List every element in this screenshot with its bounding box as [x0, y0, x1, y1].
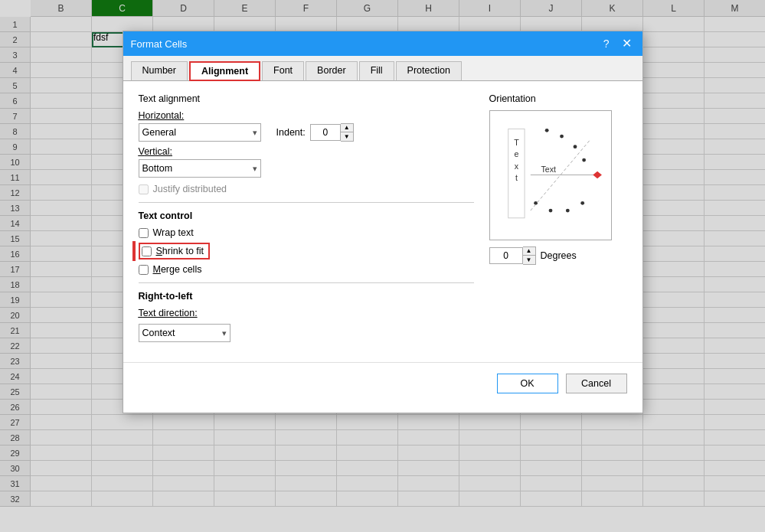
dialog-footer: OK Cancel: [123, 362, 642, 406]
shrink-to-fit-row: Shrink to fit: [139, 243, 474, 259]
horizontal-label: Horizontal:: [139, 110, 474, 121]
degrees-up-button[interactable]: ▲: [523, 247, 535, 256]
tab-border[interactable]: Border: [306, 61, 358, 81]
vertical-label-text: Vertical:: [139, 146, 172, 157]
horizontal-value: General: [142, 127, 176, 138]
orientation-diagram: T e x t: [493, 114, 608, 237]
dialog-body: Text alignment Horizontal: General ▾: [123, 81, 642, 354]
alignment-panel: Text alignment Horizontal: General ▾: [139, 93, 474, 342]
vertical-select[interactable]: Bottom ▾: [139, 159, 261, 178]
text-direction-label: Text direction:: [139, 308, 198, 318]
left-red-bar: [132, 241, 136, 261]
text-alignment-section: Text alignment: [139, 93, 474, 104]
divider-1: [139, 202, 474, 203]
svg-point-7: [573, 145, 577, 149]
shrink-to-fit-label: Shrink to fit: [156, 246, 204, 256]
svg-point-11: [565, 209, 569, 213]
text-direction-row: Text direction:: [139, 308, 474, 321]
text-direction-arrow-icon: ▾: [222, 328, 227, 338]
horizontal-label-text: Horizontal:: [139, 110, 185, 121]
svg-text:t: t: [515, 173, 517, 182]
dialog-tabs: Number Alignment Font Border Fill Protec…: [123, 56, 642, 81]
svg-point-10: [548, 209, 552, 213]
svg-point-6: [560, 135, 564, 139]
vertical-label: Vertical:: [139, 146, 474, 157]
justify-distributed-label: Justify distributed: [153, 184, 227, 194]
dialog-controls: ? ✕: [600, 38, 635, 50]
merge-cells-row: Merge cells: [139, 264, 474, 275]
horizontal-arrow-icon: ▾: [253, 128, 257, 138]
horizontal-select[interactable]: General ▾: [139, 123, 261, 142]
justify-distributed-row: Justify distributed: [139, 184, 474, 194]
tab-number[interactable]: Number: [131, 61, 188, 81]
indent-up-button[interactable]: ▲: [341, 124, 353, 132]
right-to-left-section: Right-to-left Text direction: Context ▾: [139, 291, 474, 342]
dialog-title: Format Cells: [131, 38, 188, 50]
text-control-section: Text control: [139, 211, 474, 221]
svg-point-8: [582, 158, 586, 162]
svg-text:e: e: [514, 149, 518, 158]
indent-spinner: ▲ ▼: [310, 123, 354, 142]
degrees-spinner-buttons: ▲ ▼: [523, 246, 536, 265]
dialog-overlay: Format Cells ? ✕ Number Alignment Font B…: [0, 0, 765, 532]
vertical-value: Bottom: [142, 163, 173, 174]
svg-text:Text: Text: [541, 165, 556, 174]
merge-cells-label: Merge cells: [153, 264, 202, 275]
degrees-row: ▲ ▼ Degrees: [489, 246, 627, 265]
tab-protection[interactable]: Protection: [396, 61, 462, 81]
indent-down-button[interactable]: ▼: [341, 132, 353, 141]
degrees-spinner: ▲ ▼: [489, 246, 536, 265]
merge-cells-checkbox[interactable]: [139, 265, 149, 275]
degrees-down-button[interactable]: ▼: [523, 256, 535, 264]
ok-button[interactable]: OK: [497, 374, 558, 393]
wrap-text-row: Wrap text: [139, 227, 474, 238]
wrap-text-checkbox[interactable]: [139, 228, 149, 238]
shrink-highlight-box: Shrink to fit: [139, 243, 211, 259]
vertical-arrow-icon: ▾: [253, 164, 257, 174]
vertical-group: Vertical: Bottom ▾: [139, 146, 474, 178]
justify-distributed-checkbox[interactable]: [139, 184, 149, 194]
text-direction-select[interactable]: Context ▾: [139, 324, 230, 342]
dialog-titlebar: Format Cells ? ✕: [123, 31, 642, 56]
indent-input[interactable]: [310, 124, 341, 141]
svg-text:x: x: [514, 162, 518, 171]
horizontal-row: General ▾ Indent: ▲ ▼: [139, 123, 474, 142]
format-cells-dialog: Format Cells ? ✕ Number Alignment Font B…: [123, 31, 643, 413]
indent-spinner-buttons: ▲ ▼: [341, 123, 354, 142]
spreadsheet: B C D E F G H I J K L M 1 2 3 4 5 6 7 8 …: [0, 0, 765, 532]
shrink-to-fit-checkbox[interactable]: [142, 246, 152, 256]
tab-font[interactable]: Font: [262, 61, 304, 81]
right-to-left-label: Right-to-left: [139, 291, 474, 302]
divider-2: [139, 282, 474, 283]
svg-point-12: [580, 201, 584, 205]
orientation-panel: Orientation T e x t: [489, 93, 627, 342]
horizontal-group: Horizontal: General ▾ Indent:: [139, 110, 474, 142]
orientation-title: Orientation: [489, 93, 627, 104]
orientation-box: T e x t: [489, 110, 612, 240]
tab-fill[interactable]: Fill: [359, 61, 394, 81]
dialog-help-button[interactable]: ?: [600, 38, 613, 49]
degrees-input[interactable]: [489, 247, 523, 264]
indent-group: Indent: ▲ ▼: [276, 123, 354, 142]
svg-text:T: T: [514, 138, 519, 147]
cancel-button[interactable]: Cancel: [566, 374, 627, 393]
tab-alignment[interactable]: Alignment: [189, 61, 260, 81]
svg-point-5: [544, 129, 548, 132]
wrap-text-label: Wrap text: [153, 227, 194, 238]
indent-label: Indent:: [276, 127, 306, 138]
shrink-to-fit-highlight: Shrink to fit: [139, 243, 211, 259]
dialog-close-button[interactable]: ✕: [619, 38, 635, 50]
text-direction-value: Context: [142, 328, 175, 338]
svg-marker-15: [593, 171, 602, 179]
degrees-label: Degrees: [541, 250, 577, 261]
